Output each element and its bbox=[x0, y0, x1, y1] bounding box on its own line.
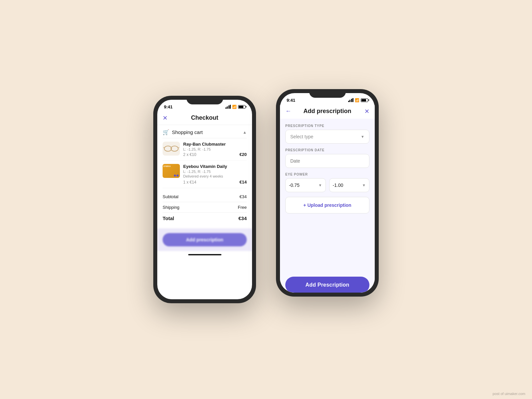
add-prescription-small-btn[interactable]: Add prescription bbox=[163, 233, 247, 246]
checkout-header: ✕ Checkout bbox=[157, 112, 252, 125]
checkout-phone: 9:41 📶 ✕ Checkout bbox=[153, 96, 256, 303]
svg-line-3 bbox=[163, 147, 164, 148]
home-bar-1 bbox=[188, 254, 221, 255]
prescription-screen: ← Add prescription ✕ PRESCRIPTION TYPE S… bbox=[280, 105, 375, 293]
item-name-2: Eyebou Vitamin Daily bbox=[183, 164, 247, 169]
item-qty-2: 1 x €14 bbox=[183, 180, 196, 185]
battery-icon-2 bbox=[361, 98, 368, 102]
item-delivery: Delivered every 4 weeks bbox=[183, 174, 247, 178]
item-qty-price-1: 2 x €10 €20 bbox=[183, 152, 247, 157]
add-prescription-btn[interactable]: Add Prescription bbox=[285, 277, 369, 293]
prescription-type-group: PRESCRIPTION TYPE Select type ▼ bbox=[285, 124, 369, 144]
wifi-icon: 📶 bbox=[232, 105, 237, 109]
notch-2 bbox=[309, 89, 346, 98]
chevron-down-icon-type: ▼ bbox=[361, 135, 364, 139]
item-image-glasses bbox=[163, 142, 180, 156]
item-details-2: Eyebou Vitamin Daily L: -1.25, R: -1.75 … bbox=[183, 164, 247, 185]
status-icons-2: 📶 bbox=[348, 98, 368, 102]
item-qty-1: 2 x €10 bbox=[183, 152, 196, 157]
shipping-row: Shipping Free bbox=[163, 202, 247, 213]
prescription-title: Add prescription bbox=[303, 108, 351, 115]
prescription-date-input[interactable] bbox=[285, 154, 369, 168]
prescription-phone: 9:41 📶 ← Add prescription ✕ bbox=[276, 89, 379, 297]
shipping-label: Shipping bbox=[163, 205, 180, 210]
item-price-2: €14 bbox=[239, 180, 247, 185]
prescription-date-group: PRESCRIPTION DATE bbox=[285, 148, 369, 168]
svg-line-4 bbox=[178, 147, 179, 148]
upload-prescription-label: + Upload prescription bbox=[303, 202, 351, 208]
order-summary: Subtotal €34 Shipping Free Total €34 bbox=[157, 188, 252, 227]
signal-icon bbox=[225, 105, 231, 109]
status-time-2: 9:41 bbox=[287, 98, 295, 103]
cart-icon: 🛒 bbox=[163, 129, 169, 135]
chevron-down-right: ▼ bbox=[362, 183, 366, 187]
prescription-header: ← Add prescription ✕ bbox=[280, 105, 375, 119]
checkout-title: Checkout bbox=[191, 114, 218, 121]
item-qty-price-2: 1 x €14 €14 bbox=[183, 180, 247, 185]
prescription-content: PRESCRIPTION TYPE Select type ▼ PRESCRIP… bbox=[280, 119, 375, 273]
glasses-svg bbox=[163, 144, 179, 153]
watermark: post of uimaker.com bbox=[493, 392, 525, 396]
prescription-date-label: PRESCRIPTION DATE bbox=[285, 148, 369, 152]
notch bbox=[187, 96, 223, 104]
eye-power-right-value: -1.00 bbox=[333, 183, 343, 188]
subtotal-label: Subtotal bbox=[163, 194, 179, 199]
total-row: Total €34 bbox=[163, 213, 247, 224]
item-price-1: €20 bbox=[239, 152, 247, 157]
shipping-value: Free bbox=[238, 205, 247, 210]
prescription-type-value: Select type bbox=[290, 134, 313, 139]
total-value: €34 bbox=[238, 215, 247, 221]
total-label: Total bbox=[163, 215, 174, 221]
item-image-vitamin: EYEBOU bbox=[163, 164, 180, 178]
cart-item-2: EYEBOU Eyebou Vitamin Daily L: -1.25, R:… bbox=[163, 161, 247, 188]
back-button[interactable]: ← bbox=[285, 108, 291, 115]
eye-power-left-value: -0.75 bbox=[289, 183, 300, 188]
battery-icon bbox=[238, 105, 245, 109]
item-specs-2: L: -1.25, R: -1.75 bbox=[183, 170, 247, 174]
cart-header[interactable]: 🛒 Shopping cart ▲ bbox=[163, 125, 247, 138]
prescription-footer: Add Prescription bbox=[280, 273, 375, 293]
prescription-type-select[interactable]: Select type ▼ bbox=[285, 130, 369, 144]
eye-power-label: EYE POWER bbox=[285, 173, 369, 176]
svg-point-1 bbox=[171, 146, 178, 151]
prescription-type-label: PRESCRIPTION TYPE bbox=[285, 124, 369, 128]
status-icons-1: 📶 bbox=[225, 105, 246, 109]
upload-prescription-area[interactable]: + Upload prescription bbox=[285, 197, 369, 213]
signal-icon-2 bbox=[348, 98, 354, 102]
cart-section: 🛒 Shopping cart ▲ bbox=[157, 125, 252, 188]
svg-point-0 bbox=[164, 146, 172, 151]
eye-power-left-select[interactable]: -0.75 ▼ bbox=[285, 178, 326, 192]
subtotal-value: €34 bbox=[239, 194, 247, 199]
close-button[interactable]: ✕ bbox=[163, 114, 168, 122]
cart-item-1: Ray-Ban Clubmaster L: -1.25, R: -1.75 2 … bbox=[163, 138, 247, 161]
home-indicator-1 bbox=[157, 251, 252, 258]
item-details-1: Ray-Ban Clubmaster L: -1.25, R: -1.75 2 … bbox=[183, 142, 247, 157]
chevron-down-left: ▼ bbox=[319, 183, 322, 187]
close-x-button[interactable]: ✕ bbox=[364, 108, 369, 115]
subtotal-row: Subtotal €34 bbox=[163, 192, 247, 202]
cart-label: Shopping cart bbox=[172, 129, 203, 135]
item-specs-1: L: -1.25, R: -1.75 bbox=[183, 147, 247, 151]
wifi-icon-2: 📶 bbox=[355, 98, 359, 102]
chevron-up-icon: ▲ bbox=[243, 130, 247, 135]
checkout-bottom: Add prescription bbox=[157, 228, 252, 251]
status-time-1: 9:41 bbox=[164, 104, 173, 109]
eye-power-group: EYE POWER -0.75 ▼ -1.00 ▼ bbox=[285, 173, 369, 192]
eye-power-row: -0.75 ▼ -1.00 ▼ bbox=[285, 178, 369, 192]
eye-power-right-select[interactable]: -1.00 ▼ bbox=[329, 178, 370, 192]
item-name-1: Ray-Ban Clubmaster bbox=[183, 142, 247, 147]
